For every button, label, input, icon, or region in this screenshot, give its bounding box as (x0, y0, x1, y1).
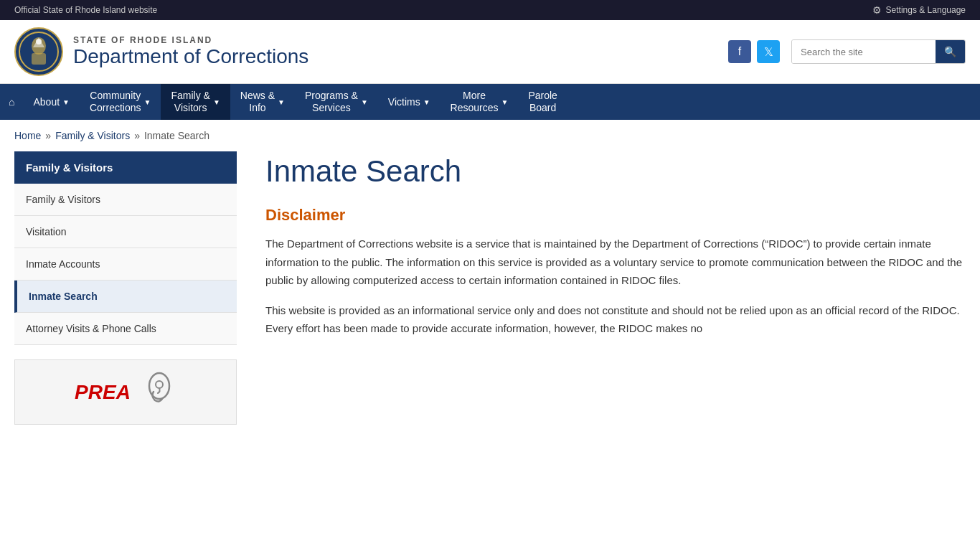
official-text: Official State of Rhode Island website (14, 5, 157, 15)
nav-victims[interactable]: Victims ▼ (378, 84, 440, 120)
nav-home[interactable]: ⌂ (0, 84, 23, 120)
sidebar-item-visitation[interactable]: Visitation (14, 216, 237, 248)
breadcrumb-home[interactable]: Home (14, 130, 41, 141)
sidebar: Family & Visitors Family & Visitors Visi… (14, 151, 237, 425)
nav-more-resources[interactable]: MoreResources ▼ (440, 84, 519, 120)
breadcrumb-sep-1: » (45, 130, 51, 141)
breadcrumb-current: Inmate Search (144, 130, 209, 141)
breadcrumb-sep-2: » (134, 130, 140, 141)
nav-community-corrections[interactable]: CommunityCorrections ▼ (80, 84, 161, 120)
disclaimer-title: Disclaimer (265, 206, 966, 225)
sidebar-item-attorney-visits[interactable]: Attorney Visits & Phone Calls (14, 313, 237, 345)
sidebar-item-inmate-accounts[interactable]: Inmate Accounts (14, 248, 237, 281)
nav-about[interactable]: About ▼ (23, 84, 80, 120)
breadcrumb: Home » Family & Visitors » Inmate Search (0, 120, 980, 151)
sidebar-title: Family & Visitors (14, 151, 237, 184)
state-name: STATE OF RHODE ISLAND (73, 35, 308, 45)
breadcrumb-section[interactable]: Family & Visitors (55, 130, 130, 141)
chevron-down-icon: ▼ (213, 98, 220, 106)
top-bar: Official State of Rhode Island website ⚙… (0, 0, 980, 20)
svg-point-6 (156, 381, 163, 388)
nav-family-visitors[interactable]: Family &Visitors ▼ (161, 84, 230, 120)
header-title: STATE OF RHODE ISLAND Department of Corr… (73, 35, 308, 68)
content-paragraph-1: The Department of Corrections website is… (265, 235, 966, 290)
logo (14, 27, 63, 76)
search-bar: 🔍 (791, 39, 966, 64)
facebook-icon[interactable]: f (728, 40, 751, 63)
nav-programs-services[interactable]: Programs &Services ▼ (295, 84, 378, 120)
chevron-down-icon: ▼ (278, 98, 285, 106)
chevron-down-icon: ▼ (144, 98, 151, 106)
chevron-down-icon: ▼ (501, 98, 508, 106)
sidebar-item-family-visitors[interactable]: Family & Visitors (14, 184, 237, 216)
ear-icon (142, 372, 176, 413)
sidebar-promo: PREA (14, 359, 237, 425)
home-icon: ⌂ (9, 96, 14, 108)
settings-label: Settings & Language (886, 5, 966, 15)
gear-icon: ⚙ (872, 4, 882, 16)
sidebar-item-inmate-search[interactable]: Inmate Search (14, 281, 237, 313)
svg-point-4 (36, 39, 42, 44)
search-input[interactable] (792, 40, 936, 63)
prea-logo: PREA (75, 381, 131, 404)
main-content: Inmate Search Disclaimer The Department … (237, 151, 966, 425)
chevron-down-icon: ▼ (423, 98, 430, 106)
dept-name: Department of Corrections (73, 45, 308, 68)
content-paragraph-2: This website is provided as an informati… (265, 301, 966, 338)
chevron-down-icon: ▼ (361, 98, 368, 106)
nav-parole-board[interactable]: ParoleBoard (518, 84, 567, 120)
social-icons: f 𝕏 (728, 40, 780, 63)
settings-language-btn[interactable]: ⚙ Settings & Language (872, 4, 966, 16)
search-button[interactable]: 🔍 (936, 40, 965, 63)
main-nav: ⌂ About ▼ CommunityCorrections ▼ Family … (0, 84, 980, 120)
header-right: f 𝕏 🔍 (728, 39, 966, 64)
svg-rect-3 (32, 53, 46, 65)
page-title: Inmate Search (265, 154, 966, 189)
header: STATE OF RHODE ISLAND Department of Corr… (0, 20, 980, 84)
chevron-down-icon: ▼ (62, 98, 70, 106)
twitter-icon[interactable]: 𝕏 (757, 40, 780, 63)
nav-news-info[interactable]: News &Info ▼ (230, 84, 295, 120)
header-left: STATE OF RHODE ISLAND Department of Corr… (14, 27, 308, 76)
main-container: Family & Visitors Family & Visitors Visi… (0, 151, 980, 453)
